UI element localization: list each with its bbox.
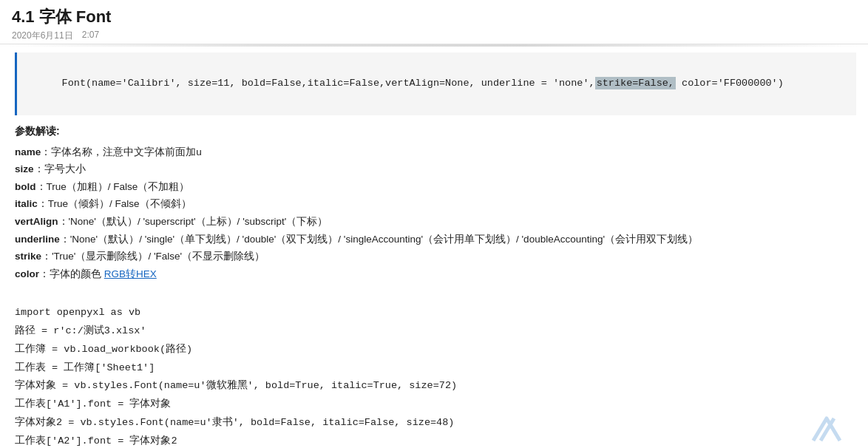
article-content: Font(name='Calibri', size=11, bold=False… xyxy=(0,47,868,448)
scroll-indicator xyxy=(0,44,868,47)
code-signature: Font(name='Calibri', size=11, bold=False… xyxy=(15,52,856,115)
article-title: 4.1 字体 Font xyxy=(12,6,856,28)
param-size: size：字号大小 xyxy=(15,160,856,178)
param-strike: strike：'True'（显示删除线）/ 'False'（不显示删除线） xyxy=(15,248,856,265)
code-line-6: 工作表['A1'].font = 字体对象 xyxy=(15,396,856,414)
param-vertalign: vertAlign：'None'（默认）/ 'superscript'（上标）/… xyxy=(15,213,856,231)
article-meta: 2020年6月11日 2:07 xyxy=(12,30,856,42)
code-line-4: 工作表 = 工作簿['Sheet1'] xyxy=(15,359,856,378)
article-time: 2:07 xyxy=(82,30,99,42)
code-highlight-strike: strike=False, xyxy=(595,77,676,89)
watermark-logo xyxy=(806,413,850,448)
params-title: 参数解读: xyxy=(15,123,856,140)
title-text: 4.1 字体 Font xyxy=(12,6,111,28)
param-underline: underline：'None'（默认）/ 'single'（单下划线）/ 'd… xyxy=(15,231,856,248)
code-after-highlight: color='FF000000') xyxy=(676,78,784,89)
params-section: 参数解读: name：字体名称，注意中文字体前面加u size：字号大小 bol… xyxy=(15,123,856,283)
code-line-7: 字体对象2 = vb.styles.Font(name=u'隶书', bold=… xyxy=(15,414,856,432)
spacer xyxy=(15,291,856,298)
rgb-to-hex-link[interactable]: RGB转HEX xyxy=(104,268,157,279)
article-header: 4.1 字体 Font 2020年6月11日 2:07 xyxy=(0,0,868,44)
param-bold: bold：True（加粗）/ False（不加粗） xyxy=(15,178,856,196)
code-line-8: 工作表['A2'].font = 字体对象2 xyxy=(15,432,856,448)
code-example: import openpyxl as vb 路径 = r'c:/测试3.xlsx… xyxy=(15,304,856,448)
article-date: 2020年6月11日 xyxy=(12,30,73,42)
param-color: color：字体的颜色 RGB转HEX xyxy=(15,265,856,283)
code-line-2: 路径 = r'c:/测试3.xlsx' xyxy=(15,322,856,341)
code-line-3: 工作簿 = vb.load_workbook(路径) xyxy=(15,341,856,359)
code-line-1: import openpyxl as vb xyxy=(15,304,856,322)
param-name: name：字体名称，注意中文字体前面加u xyxy=(15,143,856,161)
param-italic: italic：True（倾斜）/ False（不倾斜） xyxy=(15,195,856,213)
code-line-5: 字体对象 = vb.styles.Font(name=u'微软雅黑', bold… xyxy=(15,377,856,396)
code-before-highlight: Font(name='Calibri', size=11, bold=False… xyxy=(62,78,595,89)
